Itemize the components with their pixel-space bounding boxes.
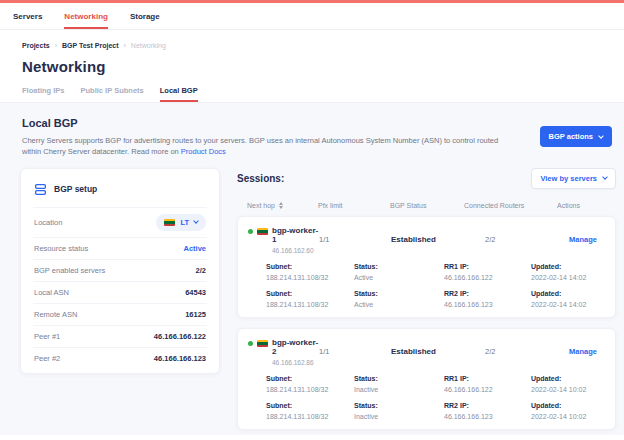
detail-value: 188.214.131.108/32 — [266, 413, 354, 420]
lithuania-flag-icon — [257, 340, 268, 347]
setup-row-label: Local ASN — [34, 288, 69, 297]
breadcrumb-separator: › — [55, 42, 57, 49]
bgp-setup-title-row: BGP setup — [34, 183, 207, 196]
sessions-header: Sessions: View by servers — [237, 168, 616, 189]
setup-row-label: Resource status — [34, 244, 88, 253]
bgp-actions-label: BGP actions — [549, 132, 593, 141]
detail-status: Status: Inactive — [354, 375, 444, 393]
section-title: Local BGP — [22, 117, 500, 129]
detail-value: 46.166.166.123 — [444, 301, 531, 308]
status-dot-green-icon — [248, 229, 253, 234]
detail-label: RR2 IP: — [444, 402, 531, 409]
detail-row: Subnet: 188.214.131.108/32 Status: Activ… — [266, 263, 605, 281]
setup-row-value: 2/2 — [196, 266, 206, 275]
detail-rr-ip: RR2 IP: 46.166.166.123 — [444, 290, 531, 308]
detail-value: 46.166.166.122 — [444, 274, 531, 281]
column-connected-routers: Connected Routers — [464, 202, 557, 209]
tab-local-bgp[interactable]: Local BGP — [160, 86, 198, 102]
content-columns: BGP setup Location LT Resource status Ac… — [20, 168, 616, 440]
session-main-row: bgp-worker-2 46.166.162.86 1/1 Establish… — [248, 338, 605, 366]
server-name: bgp-worker-1 — [272, 226, 319, 245]
server-stack-icon — [34, 183, 47, 196]
detail-status: Status: Active — [354, 263, 444, 281]
detail-label: Status: — [354, 263, 444, 270]
detail-rr-ip: RR1 IP: 46.166.166.122 — [444, 375, 531, 393]
detail-row: Subnet: 188.214.131.108/32 Status: Inact… — [266, 402, 605, 420]
setup-row-label: BGP enabled servers — [34, 266, 105, 275]
server-ip: 46.166.162.86 — [272, 359, 319, 366]
setup-row-label: Remote ASN — [34, 310, 77, 319]
status-dot-green-icon — [248, 341, 253, 346]
page-title: Networking — [22, 58, 624, 75]
detail-row: Subnet: 188.214.131.108/32 Status: Activ… — [266, 290, 605, 308]
location-value: LT — [180, 218, 189, 227]
session-card-bgp-worker-2: bgp-worker-2 46.166.162.86 1/1 Establish… — [237, 328, 616, 430]
server-name-block: bgp-worker-2 46.166.162.86 — [272, 338, 319, 366]
detail-label: Status: — [354, 402, 444, 409]
pfx-limit-value: 1/1 — [319, 347, 391, 356]
sessions-section: Sessions: View by servers Next hop Pfx l… — [237, 168, 616, 440]
detail-value: 188.214.131.108/32 — [266, 301, 354, 308]
detail-value: 2022-02-14 10:02 — [531, 413, 605, 420]
detail-label: Subnet: — [266, 375, 354, 382]
detail-label: Status: — [354, 290, 444, 297]
setup-row-label: Peer #2 — [34, 354, 60, 363]
detail-value: 2022-02-14 14:02 — [531, 274, 605, 281]
server-ip: 46.166.162.60 — [272, 247, 319, 254]
detail-status: Status: Active — [354, 290, 444, 308]
breadcrumb-projects[interactable]: Projects — [22, 42, 50, 49]
nav-item-servers[interactable]: Servers — [13, 3, 42, 29]
server-name-block: bgp-worker-1 46.166.162.60 — [272, 226, 319, 254]
manage-link[interactable]: Manage — [558, 347, 605, 356]
server-identity: bgp-worker-1 46.166.162.60 — [248, 226, 319, 254]
breadcrumb-current: Networking — [131, 42, 166, 49]
detail-subnet: Subnet: 188.214.131.108/32 — [266, 290, 354, 308]
breadcrumb-project-name[interactable]: BGP Test Project — [62, 42, 119, 49]
product-docs-link[interactable]: Product Docs — [181, 147, 226, 156]
bgp-status-value: Established — [391, 347, 465, 356]
breadcrumb: Projects › BGP Test Project › Networking — [22, 42, 624, 49]
chevron-down-icon — [193, 218, 199, 224]
detail-row: Subnet: 188.214.131.108/32 Status: Inact… — [266, 375, 605, 393]
bgp-status-value: Established — [391, 235, 465, 244]
detail-updated: Updated: 2022-02-14 10:02 — [531, 375, 605, 393]
detail-rr-ip: RR1 IP: 46.166.166.122 — [444, 263, 531, 281]
detail-value: Inactive — [354, 413, 444, 420]
setup-row: Peer #1 46.166.166.122 — [33, 325, 207, 347]
bgp-setup-card: BGP setup Location LT Resource status Ac… — [20, 168, 220, 374]
nav-item-networking[interactable]: Networking — [64, 3, 108, 29]
detail-label: RR2 IP: — [444, 290, 531, 297]
breadcrumb-separator: › — [124, 42, 126, 49]
nav-item-storage[interactable]: Storage — [130, 3, 160, 29]
location-dropdown[interactable]: LT — [156, 214, 206, 231]
setup-row-label: Peer #1 — [34, 332, 60, 341]
setup-row: BGP enabled servers 2/2 — [33, 259, 207, 281]
chevron-down-icon — [598, 133, 604, 139]
view-by-servers-button[interactable]: View by servers — [531, 168, 616, 189]
manage-link[interactable]: Manage — [558, 235, 605, 244]
session-details: Subnet: 188.214.131.108/32 Status: Activ… — [266, 263, 605, 308]
tab-public-ip-subnets[interactable]: Public IP Subnets — [81, 86, 144, 102]
column-bgp-status: BGP Status — [390, 202, 464, 209]
setup-row: Remote ASN 16125 — [33, 303, 207, 325]
session-card-bgp-worker-1: bgp-worker-1 46.166.162.60 1/1 Establish… — [237, 216, 616, 318]
detail-value: Inactive — [354, 386, 444, 393]
detail-updated: Updated: 2022-02-14 14:02 — [531, 290, 605, 308]
tab-floating-ips[interactable]: Floating IPs — [22, 86, 65, 102]
bgp-setup-title: BGP setup — [54, 184, 97, 194]
detail-subnet: Subnet: 188.214.131.108/32 — [266, 375, 354, 393]
setup-row-value: 64543 — [185, 288, 206, 297]
section-header: Local BGP Cherry Servers supports BGP fo… — [20, 114, 616, 158]
server-identity: bgp-worker-2 46.166.162.86 — [248, 338, 319, 366]
setup-row-value: 46.166.166.122 — [154, 332, 206, 341]
server-name: bgp-worker-2 — [272, 338, 319, 357]
column-next-hop: Next hop — [247, 202, 318, 209]
detail-value: 188.214.131.108/32 — [266, 274, 354, 281]
setup-row-location: Location LT — [33, 207, 207, 237]
detail-label: Subnet: — [266, 402, 354, 409]
sort-icon[interactable] — [279, 202, 283, 209]
detail-value: 46.166.166.123 — [444, 413, 531, 420]
detail-label: Subnet: — [266, 263, 354, 270]
detail-value: Active — [354, 274, 444, 281]
bgp-actions-button[interactable]: BGP actions — [540, 126, 612, 147]
